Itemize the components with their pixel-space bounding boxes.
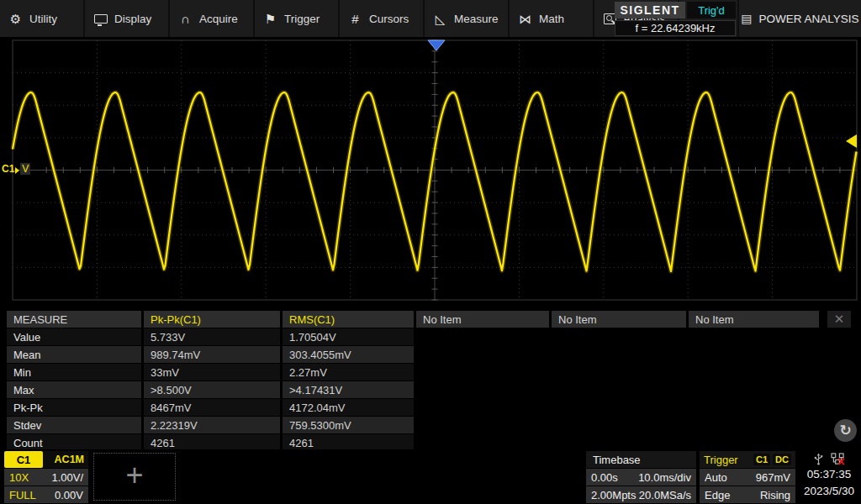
channel-offset-label: C1 (2, 163, 14, 175)
close-icon: ✕ (834, 312, 845, 327)
measure-value: 5.733V (144, 328, 280, 345)
menu-item-acquire[interactable]: ∩Acquire (170, 0, 255, 37)
timebase-box[interactable]: Timebase 0.00s 10.0ms/div 2.00Mpts 20.0M… (586, 451, 696, 503)
trigger-slope: Rising (760, 489, 790, 501)
trigger-status: Trig'd (698, 4, 725, 17)
measure-row-mean: Mean989.74mV303.4055mV (7, 346, 819, 363)
frequency-counter-box: f = 22.64239kHz (615, 20, 736, 36)
status-cluster: SIGLENT Trig'd f = 22.64239kHz (615, 2, 736, 35)
menu-item-label: Trigger (284, 13, 320, 25)
menu-item-label: Measure (454, 13, 499, 25)
brand-box: SIGLENT (615, 2, 685, 18)
channel-coupling: AC1M (43, 451, 88, 468)
measure-slot-2[interactable]: RMS(C1) (283, 311, 414, 328)
math-icon: ⋈ (518, 13, 532, 25)
measure-row-label: Value (7, 328, 141, 345)
gear-icon: ⚙ (8, 13, 23, 25)
crosshair-icon: + (125, 463, 143, 488)
channel-offset-marker[interactable]: C1 V (2, 162, 30, 176)
memory-depth: 2.00Mpts (591, 489, 636, 501)
menu-item-cursors[interactable]: #Cursors (340, 0, 425, 37)
measure-value: 8467mV (144, 399, 280, 416)
flag-icon: ⚑ (263, 13, 277, 25)
add-channel-box[interactable]: + (93, 453, 176, 501)
cursors-icon: # (348, 13, 362, 25)
channel-1-box[interactable]: C1 AC1M 10X 1.00V/ FULL 0.00V (4, 451, 88, 503)
frequency-counter: f = 22.64239kHz (635, 22, 715, 34)
bandwidth-label: FULL (9, 489, 36, 501)
measure-row-max: Max>8.500V>4.17431V (7, 381, 819, 398)
measure-row-stdev: Stdev2.22319V759.5300mV (7, 417, 819, 433)
measure-row-label: Pk-Pk (7, 399, 141, 416)
brand-logo: SIGLENT (620, 3, 679, 17)
trigger-mode: Auto (705, 471, 727, 484)
measure-row-value: Value5.733V1.70504V (7, 328, 819, 345)
measure-slot-1[interactable]: Pk-Pk(C1) (144, 311, 280, 328)
system-date: 2023/5/30 (799, 483, 859, 500)
timebase-delay: 0.00s (591, 471, 618, 484)
measure-value: >4.17431V (283, 381, 414, 398)
measure-row-label: Min (7, 364, 141, 381)
menu-item-label: Utility (29, 13, 57, 25)
sample-rate: 20.0MSa/s (639, 489, 691, 501)
measure-value: 989.74mV (144, 346, 280, 363)
menu-item-label: Display (114, 13, 151, 25)
measure-row-pk-pk: Pk-Pk8467mV4172.04mV (7, 399, 819, 416)
refresh-icon: ↻ (839, 422, 851, 439)
measure-row-min: Min33mV2.27mV (7, 364, 819, 381)
measure-row-label: Mean (7, 346, 141, 363)
measure-icon: ◺ (433, 13, 447, 25)
power-analysis-label: POWER ANALYSIS (759, 13, 859, 25)
display-icon (94, 14, 108, 24)
measure-slot-5[interactable]: No Item (689, 311, 819, 328)
trigger-level: 967mV (756, 471, 790, 484)
measure-row-label: Count (7, 434, 141, 451)
menu-item-power-analysis[interactable]: ▤ POWER ANALYSIS (737, 0, 861, 37)
refresh-control[interactable]: ↻ (834, 419, 857, 442)
trigger-level-marker[interactable] (846, 134, 857, 148)
timebase-label: Timebase (586, 451, 696, 468)
menu-item-label: Math (539, 13, 564, 25)
trigger-position-marker[interactable] (428, 40, 445, 50)
measure-value: 4261 (144, 434, 280, 451)
measure-value: 303.4055mV (283, 346, 414, 363)
acquire-icon: ∩ (178, 13, 193, 25)
trigger-box[interactable]: Trigger C1 DC Auto 967mV Edge Rising (700, 451, 795, 503)
measure-row-label: Max (7, 381, 141, 398)
menu-item-math[interactable]: ⋈Math (510, 0, 594, 37)
menu-item-measure[interactable]: ◺Measure (425, 0, 510, 37)
vertical-scale: 1.00V/ (51, 471, 83, 484)
measure-slot-4[interactable]: No Item (552, 311, 686, 328)
lan-disconnected-icon (831, 453, 845, 465)
measure-close-button[interactable]: ✕ (827, 311, 851, 328)
system-time: 05:37:35 (799, 466, 859, 483)
probe-attenuation: 10X (9, 471, 29, 484)
measure-value: 33mV (144, 364, 280, 381)
bottom-status-bar: C1 AC1M 10X 1.00V/ FULL 0.00V + Timebase… (0, 449, 861, 504)
channel-offset-value: 0.00V (55, 489, 83, 501)
menu-item-label: Cursors (369, 13, 409, 25)
measure-row-label: Stdev (7, 417, 141, 433)
menu-item-label: Acquire (199, 13, 238, 25)
clipboard-icon: ▤ (741, 12, 752, 25)
measure-table: MEASUREPk-Pk(C1)RMS(C1)No ItemNo ItemNo … (7, 311, 819, 452)
measure-table-header: MEASUREPk-Pk(C1)RMS(C1)No ItemNo ItemNo … (7, 311, 819, 328)
timebase-scale: 10.0ms/div (638, 471, 691, 484)
channel-offset-unit: V (20, 163, 30, 175)
waveform-plot (0, 38, 861, 303)
waveform-display[interactable]: C1 V (0, 38, 861, 303)
menu-item-trigger[interactable]: ⚑Trigger (255, 0, 340, 37)
oscilloscope-screen: ⚙UtilityDisplay∩Acquire⚑Trigger#Cursors◺… (0, 0, 861, 504)
trigger-source-badge: C1 (753, 454, 770, 465)
measure-value: 4172.04mV (283, 399, 414, 416)
channel-1-tab[interactable]: C1 (4, 451, 43, 468)
system-status-area: 05:37:35 2023/5/30 (799, 451, 859, 500)
trigger-coupling-badge: DC (773, 454, 791, 465)
menu-item-utility[interactable]: ⚙Utility (0, 0, 85, 37)
measure-row-count: Count42614261 (7, 434, 819, 451)
trigger-status-box: Trig'd (687, 2, 736, 18)
measure-table-title: MEASURE (7, 311, 141, 328)
measure-slot-3[interactable]: No Item (416, 311, 549, 328)
menu-item-display[interactable]: Display (85, 0, 170, 37)
usb-icon (813, 453, 824, 465)
